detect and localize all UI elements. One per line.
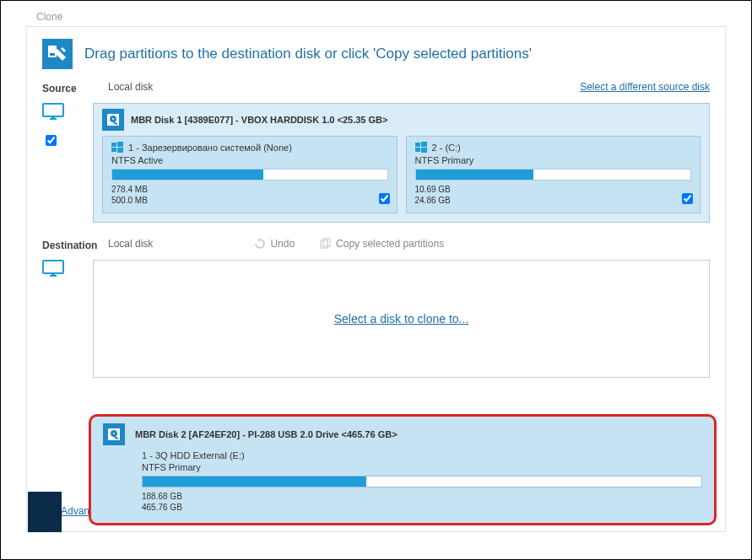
svg-rect-14 [421, 142, 427, 147]
source-disk-checkbox-wrap [46, 135, 57, 148]
svg-rect-9 [111, 143, 116, 147]
partition-2-used: 10.69 GB [415, 184, 692, 195]
monitor-icon [42, 103, 62, 120]
source-label: Source [42, 81, 108, 94]
partition-1-name: 1 - Зарезервировано системой (None) [128, 143, 292, 153]
window-title: Clone [36, 11, 62, 23]
svg-rect-17 [321, 240, 327, 248]
destination-label: Destination [42, 238, 108, 251]
popup-partition-usage-bar [142, 476, 702, 487]
source-section: Source Local disk Select a different sou… [27, 81, 725, 94]
svg-rect-21 [51, 273, 55, 276]
svg-rect-15 [415, 148, 420, 152]
clone-icon [42, 39, 73, 69]
svg-rect-13 [415, 143, 420, 147]
partition-1-used: 278.4 MB [111, 184, 388, 195]
clone-window: Clone Drag partitions to the destination… [0, 0, 752, 560]
undo-button[interactable]: Undo [254, 238, 295, 250]
popup-disk-title: MBR Disk 2 [AF24EF20] - PI-288 USB 2.0 D… [135, 429, 398, 439]
header: Drag partitions to the destination disk … [27, 27, 725, 78]
windows-icon [415, 142, 427, 153]
partition-2-checkbox[interactable] [682, 193, 693, 204]
partition-2-usage-bar [415, 169, 692, 180]
partition-1-type: NTFS Active [111, 155, 388, 165]
partition-2-type: NTFS Primary [415, 155, 692, 165]
popup-partition-used: 188.68 GB [142, 491, 702, 502]
copy-partitions-button[interactable]: Copy selected partitions [320, 238, 444, 250]
destination-location: Local disk [108, 238, 153, 250]
svg-rect-10 [117, 142, 123, 147]
popup-partition-name: 1 - 3Q HDD External (E:) [142, 450, 245, 460]
source-disk-title: MBR Disk 1 [4389E077] - VBOX HARDDISK 1.… [131, 115, 387, 125]
header-title: Drag partitions to the destination disk … [84, 46, 532, 62]
svg-point-7 [112, 118, 114, 120]
svg-rect-2 [43, 104, 63, 116]
svg-rect-4 [51, 116, 55, 119]
select-source-link[interactable]: Select a different source disk [580, 81, 710, 93]
advanced-link[interactable]: Advan [61, 505, 89, 517]
source-disk-box: MBR Disk 1 [4389E077] - VBOX HARDDISK 1.… [93, 103, 710, 223]
destination-disk-popup[interactable]: MBR Disk 2 [AF24EF20] - PI-288 USB 2.0 D… [89, 414, 717, 525]
destination-section: Destination Local disk Undo Copy selecte… [27, 238, 725, 251]
destination-left-col [42, 255, 93, 378]
popup-partition-type: NTFS Primary [142, 462, 702, 472]
destination-drop-area[interactable]: Select a disk to clone to... [93, 260, 710, 378]
svg-rect-19 [43, 261, 63, 273]
source-left-col [42, 98, 93, 223]
monitor-icon [42, 260, 62, 277]
partition-1-checkbox[interactable] [379, 193, 390, 204]
svg-rect-12 [117, 148, 123, 153]
dark-strip [28, 492, 62, 532]
windows-icon [111, 142, 123, 153]
svg-point-30 [113, 433, 115, 434]
partition-1-total: 500.0 MB [111, 195, 388, 206]
copy-label: Copy selected partitions [336, 238, 444, 250]
svg-rect-1 [50, 53, 55, 56]
source-disk-checkbox[interactable] [46, 135, 57, 146]
undo-label: Undo [270, 238, 295, 250]
source-partition-1[interactable]: 1 - Зарезервировано системой (None) NTFS… [102, 136, 398, 213]
svg-rect-16 [421, 148, 427, 153]
hdd-icon [103, 423, 125, 445]
partition-2-name: 2 - (C:) [432, 143, 461, 153]
select-destination-link[interactable]: Select a disk to clone to... [334, 312, 469, 326]
svg-rect-18 [323, 239, 330, 246]
source-partition-2[interactable]: 2 - (C:) NTFS Primary 10.69 GB 24.86 GB [406, 136, 701, 213]
source-location: Local disk [108, 81, 153, 93]
partition-1-usage-bar [111, 169, 388, 180]
hdd-icon [102, 109, 124, 131]
partition-2-total: 24.86 GB [415, 195, 692, 206]
popup-partition-total: 465.76 GB [142, 502, 702, 513]
svg-rect-11 [111, 148, 116, 152]
popup-partition[interactable]: 1 - 3Q HDD External (E:) NTFS Primary 18… [142, 450, 702, 513]
